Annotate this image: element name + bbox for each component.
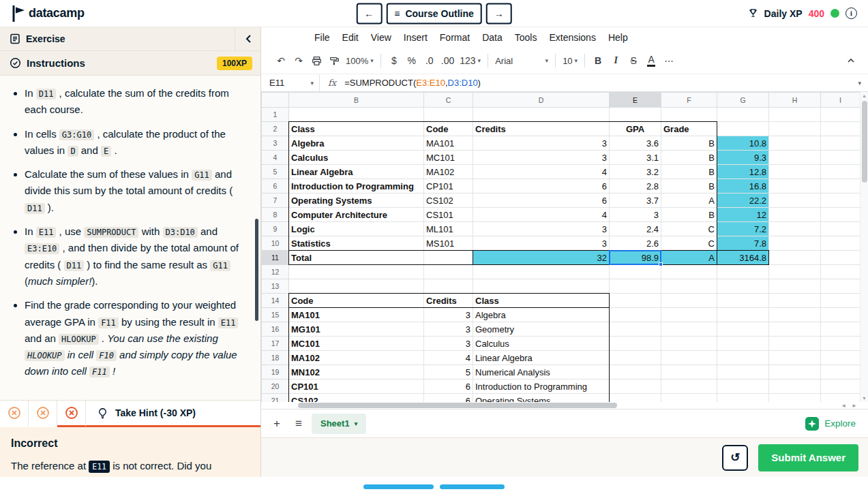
collapse-panel-button[interactable] xyxy=(235,27,260,50)
cell-B12[interactable] xyxy=(289,265,424,279)
cell-B1[interactable] xyxy=(289,108,424,122)
cell-C1[interactable] xyxy=(424,108,473,122)
more-toolbar-button[interactable]: ⋯ xyxy=(660,52,678,69)
row-header-15[interactable]: 15 xyxy=(262,308,289,322)
cell-G7[interactable]: 22.2 xyxy=(717,193,769,208)
cell-E6[interactable]: 2.8 xyxy=(610,179,661,193)
cell-F21[interactable] xyxy=(661,394,717,403)
cell-D16[interactable]: Geometry xyxy=(473,322,610,337)
cell-D20[interactable]: Introduction to Programming xyxy=(473,379,610,394)
cell-F3[interactable]: B xyxy=(661,136,717,151)
cell-G12[interactable] xyxy=(717,265,769,279)
cell-E9[interactable]: 2.4 xyxy=(610,222,661,236)
cell-B5[interactable]: Linear Algebra xyxy=(289,165,424,179)
cell-H14[interactable] xyxy=(769,294,821,308)
cell-F5[interactable]: B xyxy=(661,165,717,179)
cell-G9[interactable]: 7.2 xyxy=(717,222,769,236)
cell-I20[interactable] xyxy=(821,379,860,394)
format-percent-button[interactable]: % xyxy=(403,52,421,69)
reset-button[interactable]: ↺ xyxy=(722,445,748,471)
progress-pill[interactable] xyxy=(363,484,434,489)
attempt-tab-2[interactable] xyxy=(29,401,57,427)
cell-F2[interactable]: Grade xyxy=(661,122,717,136)
cell-G2[interactable] xyxy=(717,122,769,136)
cell-D1[interactable] xyxy=(473,108,610,122)
panel-scrollbar[interactable] xyxy=(255,219,258,321)
cell-B16[interactable]: MG101 xyxy=(289,322,424,337)
collapse-toolbar-button[interactable] xyxy=(842,52,860,69)
decrease-decimal-button[interactable]: .0 xyxy=(421,52,438,69)
bold-button[interactable]: B xyxy=(589,52,607,69)
expand-formula-bar-icon[interactable]: ▾ xyxy=(858,80,861,87)
cell-I6[interactable] xyxy=(821,179,860,193)
undo-button[interactable]: ↶ xyxy=(272,52,290,69)
cell-C4[interactable]: MC101 xyxy=(424,151,473,165)
cell-H17[interactable] xyxy=(769,337,821,351)
row-header-11[interactable]: 11 xyxy=(262,251,289,265)
cell-D18[interactable]: Linear Algebra xyxy=(473,351,610,365)
cell-I2[interactable] xyxy=(821,122,860,136)
cell-I7[interactable] xyxy=(821,193,860,208)
cell-H18[interactable] xyxy=(769,351,821,365)
cell-I18[interactable] xyxy=(821,351,860,365)
cell-C6[interactable]: CP101 xyxy=(424,179,473,193)
row-header-12[interactable]: 12 xyxy=(262,265,289,279)
cell-B8[interactable]: Computer Architecture xyxy=(289,208,424,222)
row-header-3[interactable]: 3 xyxy=(262,136,289,151)
cell-D21[interactable]: Operating Systems xyxy=(473,394,610,403)
cell-I19[interactable] xyxy=(821,365,860,379)
row-header-10[interactable]: 10 xyxy=(262,236,289,251)
scroll-left-icon[interactable]: ◄ xyxy=(841,403,846,409)
cell-H1[interactable] xyxy=(769,108,821,122)
cell-G6[interactable]: 16.8 xyxy=(717,179,769,193)
cell-F12[interactable] xyxy=(661,265,717,279)
menu-edit[interactable]: Edit xyxy=(337,29,364,46)
cell-F9[interactable]: C xyxy=(661,222,717,236)
col-header-B[interactable]: B xyxy=(289,93,424,108)
cell-G1[interactable] xyxy=(717,108,769,122)
cell-H2[interactable] xyxy=(769,122,821,136)
cell-H4[interactable] xyxy=(769,151,821,165)
all-sheets-button[interactable]: ≡ xyxy=(290,415,308,433)
cell-I15[interactable] xyxy=(821,308,860,322)
cell-D9[interactable]: 3 xyxy=(473,222,610,236)
cell-E10[interactable]: 2.6 xyxy=(610,236,661,251)
cell-F19[interactable] xyxy=(661,365,717,379)
zoom-select[interactable]: 100% ▾ xyxy=(343,52,376,69)
redo-button[interactable]: ↷ xyxy=(290,52,308,69)
cell-G11[interactable]: 3164.8 xyxy=(717,251,769,265)
cell-G17[interactable] xyxy=(717,337,769,351)
grid-corner[interactable] xyxy=(262,93,289,108)
cell-H8[interactable] xyxy=(769,208,821,222)
cell-H7[interactable] xyxy=(769,193,821,208)
row-header-2[interactable]: 2 xyxy=(262,122,289,136)
cell-D7[interactable]: 6 xyxy=(473,193,610,208)
cell-B10[interactable]: Statistics xyxy=(289,236,424,251)
vertical-scroll-thumb[interactable] xyxy=(862,101,867,183)
menu-view[interactable]: View xyxy=(365,29,397,46)
cell-D3[interactable]: 3 xyxy=(473,136,610,151)
cell-C19[interactable]: 5 xyxy=(424,365,473,379)
cell-F10[interactable]: C xyxy=(661,236,717,251)
datacamp-logo[interactable]: datacamp xyxy=(11,5,85,22)
cell-B21[interactable]: CS102 xyxy=(289,394,424,403)
print-button[interactable] xyxy=(308,52,325,69)
next-exercise-button[interactable]: → xyxy=(486,3,512,24)
font-size-select[interactable]: 10 ▾ xyxy=(560,52,580,69)
font-family-select[interactable]: Arial ▾ xyxy=(492,52,551,69)
cell-G19[interactable] xyxy=(717,365,769,379)
cell-B7[interactable]: Operating Systems xyxy=(289,193,424,208)
cell-B13[interactable] xyxy=(289,279,424,294)
cell-H10[interactable] xyxy=(769,236,821,251)
cell-B15[interactable]: MA101 xyxy=(289,308,424,322)
col-header-D[interactable]: D xyxy=(473,93,610,108)
cell-F7[interactable]: A xyxy=(661,193,717,208)
cell-D17[interactable]: Calculus xyxy=(473,337,610,351)
cell-F11[interactable]: A xyxy=(661,251,717,265)
menu-file[interactable]: File xyxy=(309,29,335,46)
cell-C16[interactable]: 3 xyxy=(424,322,473,337)
add-sheet-button[interactable]: + xyxy=(268,415,286,433)
cell-I5[interactable] xyxy=(821,165,860,179)
cell-G16[interactable] xyxy=(717,322,769,337)
progress-pill[interactable] xyxy=(440,484,505,489)
